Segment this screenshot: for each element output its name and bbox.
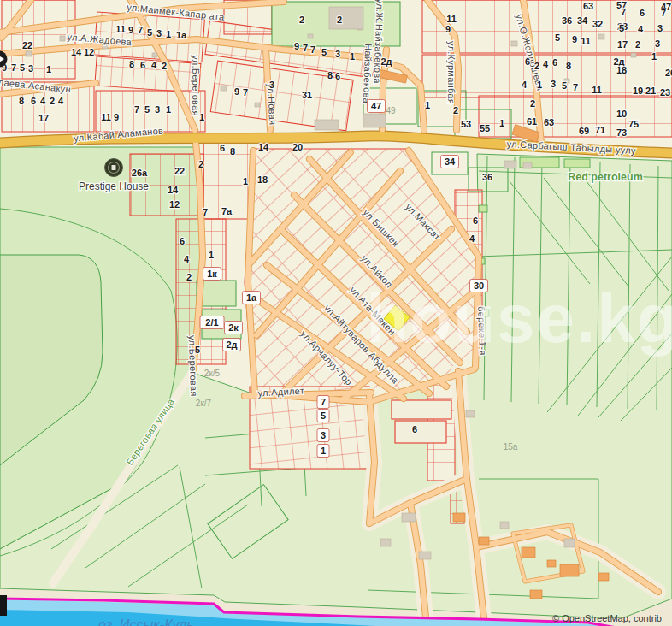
map-canvas[interactable]: оз. Иссык-Куль ул.Маимек-Капар атаул.А.Ж…	[0, 0, 672, 626]
parcel-number-25: 7	[134, 104, 139, 115]
parcel-number-100: 73	[616, 127, 627, 138]
parcel-number-133: 3	[321, 430, 326, 440]
parcel-number-81: 8	[566, 61, 571, 71]
parcel-number-3: 5	[20, 62, 25, 73]
parcel-number-14: 11	[115, 24, 126, 34]
parcel-number-96: 61	[527, 116, 537, 127]
map-stage: оз. Иссык-Куль ул.Маимек-Капар атаул.А.Ж…	[0, 0, 672, 626]
parcel-number-41: 8	[327, 70, 333, 80]
parcel-number-72: 3	[657, 23, 663, 33]
attribution-text[interactable]: © OpenStreetMap, contrib	[552, 613, 662, 623]
parcel-number-4: 3	[28, 63, 33, 74]
parcel-number-107: 22	[174, 166, 185, 176]
parcel-number-45: 9	[234, 86, 239, 97]
parcel-number-16: 7	[138, 25, 143, 35]
parcel-number-121: 2	[186, 272, 192, 282]
parcel-number-63: 7	[621, 7, 626, 17]
parcel-number-97: 63	[544, 117, 554, 127]
parcel-number-89: 11	[592, 85, 602, 95]
parcel-number-64: 6	[640, 8, 645, 18]
parcel-number-75: 1	[651, 51, 657, 62]
parcel-number-59: 36	[562, 15, 572, 26]
parcel-number-132: 5	[321, 410, 326, 421]
prestige-house-icon[interactable]	[105, 159, 123, 177]
parcel-number-116: 18	[257, 174, 268, 185]
parcel-number-35: 9	[294, 41, 299, 51]
parcel-number-44: 31	[302, 90, 312, 100]
street-label-8: ул.Курманбая	[446, 41, 457, 104]
parcel-number-134: 1	[321, 446, 326, 456]
parcel-number-79: 4	[543, 59, 549, 69]
parcel-number-47: 47	[371, 101, 381, 111]
parcel-number-82: 4	[522, 80, 528, 90]
street-label-7: Найзабекова	[362, 44, 374, 104]
parcel-number-21: 8	[129, 59, 134, 69]
parcel-number-90: 19	[633, 86, 643, 96]
parcel-number-126: 2к	[228, 322, 239, 333]
parcel-number-86: 7	[573, 82, 578, 92]
parcel-number-0: 22	[22, 40, 32, 50]
parcel-number-70: 5	[619, 23, 624, 33]
parcel-number-98: 69	[579, 126, 589, 136]
parcel-number-66: 5	[555, 32, 560, 43]
parcel-number-12: 14	[71, 47, 82, 57]
parcel-number-128: 5	[195, 345, 200, 355]
parcel-number-17: 5	[147, 27, 152, 38]
parcel-number-46: 7	[243, 87, 248, 97]
parcel-number-94: 10	[616, 109, 627, 119]
parcel-number-113: 14	[258, 142, 269, 152]
parcel-number-2: 7	[11, 62, 16, 73]
parcel-number-87: 18	[616, 65, 627, 75]
parcel-number-5: 1	[46, 64, 51, 74]
parcel-number-127: 2д	[226, 340, 237, 350]
parcel-number-54: 63	[583, 1, 593, 11]
parcel-number-28: 1	[166, 104, 171, 115]
parcel-number-124: 1а	[246, 292, 257, 303]
parcel-number-22: 6	[140, 60, 145, 70]
parcel-number-19: 1	[166, 29, 171, 39]
parcel-number-29: 11	[101, 112, 111, 122]
parcel-number-106: 26а	[132, 168, 148, 178]
parcel-number-117: 7	[203, 207, 208, 217]
parcel-number-115: 1	[243, 176, 248, 186]
parcel-number-122: 1	[209, 250, 214, 260]
parcel-number-69: 17	[617, 39, 628, 50]
parcel-number-74: 3	[655, 38, 660, 49]
parcel-number-6: 8	[19, 96, 24, 106]
parcel-number-130: 2к/7	[196, 399, 212, 408]
parcel-number-9: 2	[50, 96, 55, 106]
parcel-number-23: 4	[151, 60, 157, 70]
parcel-number-50: 2	[453, 105, 458, 115]
parcel-number-51: 53	[461, 119, 471, 129]
parcel-number-118: 7а	[221, 206, 233, 216]
watermark: house.kg	[366, 281, 672, 357]
parcel-number-68: 11	[581, 36, 591, 46]
parcel-number-95: 75	[628, 119, 639, 129]
parcel-number-49: 1	[425, 100, 430, 110]
parcel-number-20: 1а	[176, 30, 187, 40]
parcel-number-110: 2	[198, 159, 203, 169]
parcel-number-135: 6	[412, 424, 417, 434]
parcel-number-43: 3	[269, 80, 274, 90]
parcel-number-36: 7	[303, 43, 308, 53]
parcel-number-67: 9	[572, 34, 577, 44]
parcel-number-109: 12	[169, 199, 180, 210]
edge-marker-bar	[0, 595, 7, 616]
parcel-number-26: 5	[144, 104, 150, 115]
parcel-number-65: 7	[661, 8, 666, 18]
parcel-number-32: 2	[299, 15, 304, 25]
parcel-number-85: 5	[562, 80, 567, 91]
parcel-number-58: 9	[445, 24, 451, 34]
street-label-4: ул.Береговая	[191, 55, 201, 116]
parcel-number-114: 20	[292, 142, 303, 152]
parcel-number-108: 14	[168, 185, 179, 195]
parcel-number-111: 6	[220, 143, 225, 153]
lake-label: оз. Иссык-Куль	[98, 617, 194, 626]
poi-label-prestige-house: Prestige House	[79, 180, 149, 192]
parcel-number-27: 3	[155, 104, 160, 115]
parcel-number-123: 1к	[207, 269, 217, 279]
parcel-number-52: 55	[480, 123, 490, 133]
parcel-number-77: 6	[525, 56, 530, 67]
parcel-number-57: 11	[446, 14, 457, 24]
parcel-number-24: 2	[162, 61, 167, 71]
